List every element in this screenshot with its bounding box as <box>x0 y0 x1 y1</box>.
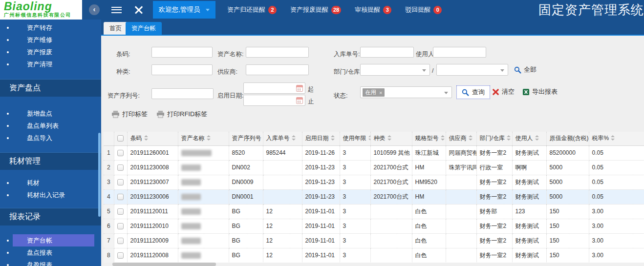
category-input[interactable] <box>151 64 213 75</box>
notification-item[interactable]: 资产报废提醒28 <box>290 5 341 14</box>
date-from-input[interactable] <box>243 82 305 94</box>
sidebar-item[interactable]: 盘点报表 <box>0 246 101 259</box>
sidebar-item[interactable]: 盘点单列表 <box>0 120 101 132</box>
sort-icon[interactable] <box>207 135 211 141</box>
sidebar-item[interactable]: 盘点导入 <box>0 132 101 144</box>
table-cell: 财务测试 <box>512 248 546 263</box>
search-button[interactable]: 查询 <box>456 85 490 99</box>
inbound-no-input[interactable] <box>360 47 414 58</box>
sidebar-item[interactable]: 资产台帐 <box>0 234 101 246</box>
column-header[interactable]: 使用人 <box>512 132 546 145</box>
table-cell: 财务一室2 <box>476 145 512 160</box>
sidebar-item[interactable]: 资产清理 <box>0 58 101 70</box>
checkbox-cell <box>114 248 127 263</box>
sort-icon[interactable] <box>387 135 392 141</box>
table-cell: BG <box>229 248 263 263</box>
supplier-input[interactable] <box>246 64 309 75</box>
column-header[interactable]: 规格型号 <box>412 132 446 145</box>
asset-name-input[interactable] <box>246 47 309 58</box>
sort-icon[interactable] <box>292 135 296 141</box>
sort-icon[interactable] <box>144 135 149 141</box>
warehouse-select[interactable] <box>436 64 508 76</box>
sort-icon[interactable] <box>611 135 615 141</box>
sort-icon[interactable] <box>331 135 335 141</box>
sort-icon[interactable] <box>368 135 371 141</box>
column-header[interactable]: 税率% <box>589 132 644 145</box>
menu-icon[interactable] <box>111 7 122 13</box>
column-header[interactable]: 供应商 <box>446 132 476 145</box>
sidebar-item[interactable]: 盘盈报表 <box>0 259 101 266</box>
column-header[interactable]: 使用年限 <box>340 132 370 145</box>
notification-item[interactable]: 驳回提醒0 <box>405 5 442 14</box>
sort-icon[interactable] <box>469 135 473 141</box>
sidebar-section[interactable]: 资产盘点 <box>0 79 101 97</box>
print-label-button[interactable]: 打印标签 <box>111 110 148 119</box>
notification-item[interactable]: 资产归还提醒2 <box>227 5 277 14</box>
sidebar-item[interactable]: 耗材出入记录 <box>0 189 101 201</box>
table-cell <box>178 248 229 263</box>
row-checkbox[interactable] <box>117 179 124 185</box>
clear-button[interactable]: 清空 <box>492 87 515 96</box>
horizontal-scrollbar-thumb[interactable] <box>112 263 216 266</box>
select-all-checkbox[interactable] <box>117 135 124 142</box>
user-input[interactable] <box>433 47 486 58</box>
row-checkbox[interactable] <box>117 223 124 229</box>
column-header[interactable]: 入库单号 <box>263 132 302 145</box>
sidebar-section[interactable]: 报表记录 <box>0 208 101 225</box>
column-header[interactable]: 部门/仓库 <box>476 132 512 145</box>
horizontal-scrollbar[interactable] <box>104 263 644 266</box>
bullet-icon <box>7 240 9 242</box>
calendar-icon[interactable] <box>296 97 303 104</box>
column-header[interactable]: 资产名称 <box>178 132 229 145</box>
show-all-button[interactable]: 全部 <box>514 65 537 74</box>
row-checkbox[interactable] <box>117 194 124 200</box>
row-checkbox[interactable] <box>117 208 124 215</box>
sidebar-item[interactable]: 资产报废 <box>0 46 101 58</box>
tab-item[interactable]: 首页 <box>104 22 128 35</box>
date-from-suffix: 起 <box>308 84 314 95</box>
tab-active[interactable]: 资产台帐 <box>126 22 162 35</box>
table-cell: 财务一室2 <box>476 189 512 204</box>
print-rfid-text: 打印RFID标签 <box>167 110 207 119</box>
user-menu-button[interactable]: 欢迎您,管理员 <box>153 1 215 19</box>
dept-select[interactable] <box>360 64 430 76</box>
table-cell: 123 <box>512 204 546 219</box>
table-cell: 201911120011 <box>127 204 178 219</box>
serial-input[interactable] <box>151 88 214 99</box>
sidebar-item[interactable]: 资产维修 <box>0 34 101 46</box>
column-header[interactable]: 条码 <box>127 132 178 145</box>
export-button[interactable]: 导出报表 <box>522 87 558 96</box>
calendar-icon[interactable] <box>296 85 303 92</box>
collapse-sidebar-icon[interactable]: ‹ <box>89 4 100 15</box>
sidebar-item[interactable]: 资产转存 <box>0 21 101 34</box>
date-to-input[interactable] <box>243 95 305 106</box>
sidebar-scrollbar[interactable] <box>98 133 101 217</box>
column-header-label: 使用人 <box>515 135 533 142</box>
row-checkbox[interactable] <box>117 238 124 244</box>
row-checkbox[interactable] <box>117 164 124 171</box>
sidebar-section[interactable]: 耗材管理 <box>0 152 101 170</box>
close-icon[interactable] <box>134 5 143 14</box>
sidebar-menu: 资产转存资产维修资产报废资产清理资产盘点新增盘点盘点单列表盘点导入耗材管理耗材耗… <box>0 21 101 266</box>
barcode-input[interactable] <box>151 47 213 58</box>
print-rfid-button[interactable]: 打印RFID标签 <box>156 110 207 119</box>
notification-badge: 3 <box>383 6 391 14</box>
tag-remove-icon[interactable]: × <box>379 90 382 96</box>
notification-label: 审核提醒 <box>355 5 380 14</box>
table-cell: 150 <box>546 204 589 219</box>
sort-icon[interactable] <box>441 135 445 141</box>
sort-icon[interactable] <box>507 135 511 141</box>
table-cell: 5000 <box>546 175 589 189</box>
notification-item[interactable]: 审核提醒3 <box>355 5 391 14</box>
row-checkbox[interactable] <box>117 252 124 259</box>
sidebar-item[interactable]: 新增盘点 <box>0 107 101 120</box>
table-cell: 985244 <box>263 145 302 160</box>
table-row: 5201911120011BG122019-11-013白色财务部1231503… <box>104 204 644 219</box>
column-header[interactable]: 启用日期 <box>302 132 340 145</box>
sidebar-item[interactable]: 耗材 <box>0 177 101 189</box>
inbound-no-label: 入库单号: <box>334 49 360 60</box>
row-checkbox[interactable] <box>117 150 124 156</box>
status-select[interactable]: 在用 × <box>360 86 452 98</box>
column-header[interactable]: 种类 <box>370 132 412 145</box>
sort-icon[interactable] <box>535 135 539 141</box>
